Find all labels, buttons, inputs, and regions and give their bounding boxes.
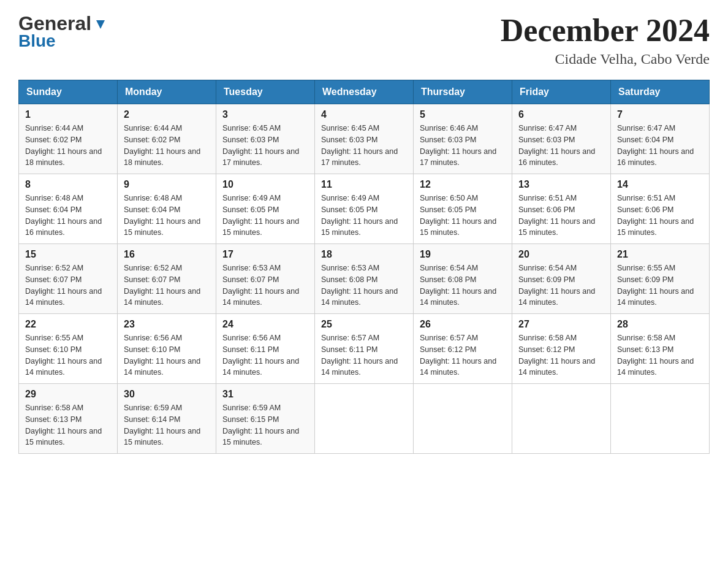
calendar-cell: 16Sunrise: 6:52 AMSunset: 6:07 PMDayligh… bbox=[118, 244, 216, 314]
day-number: 27 bbox=[518, 319, 604, 330]
day-number: 7 bbox=[617, 109, 703, 120]
header-wednesday: Wednesday bbox=[315, 80, 414, 104]
day-info: Sunrise: 6:58 AMSunset: 6:13 PMDaylight:… bbox=[617, 332, 703, 378]
calendar-cell: 14Sunrise: 6:51 AMSunset: 6:06 PMDayligh… bbox=[611, 174, 710, 244]
day-info: Sunrise: 6:48 AMSunset: 6:04 PMDaylight:… bbox=[124, 193, 210, 239]
day-number: 10 bbox=[222, 179, 308, 190]
logo: General Blue bbox=[18, 12, 107, 51]
day-info: Sunrise: 6:44 AMSunset: 6:02 PMDaylight:… bbox=[25, 123, 111, 169]
day-number: 23 bbox=[124, 319, 210, 330]
day-info: Sunrise: 6:45 AMSunset: 6:03 PMDaylight:… bbox=[321, 123, 407, 169]
calendar-cell: 12Sunrise: 6:50 AMSunset: 6:05 PMDayligh… bbox=[414, 174, 512, 244]
header-saturday: Saturday bbox=[611, 80, 710, 104]
logo-blue-text: Blue bbox=[18, 31, 56, 51]
day-number: 22 bbox=[25, 319, 111, 330]
calendar-cell: 2Sunrise: 6:44 AMSunset: 6:02 PMDaylight… bbox=[118, 104, 216, 174]
day-info: Sunrise: 6:52 AMSunset: 6:07 PMDaylight:… bbox=[25, 262, 111, 308]
day-number: 5 bbox=[420, 109, 506, 120]
header-sunday: Sunday bbox=[19, 80, 118, 104]
week-row-5: 29Sunrise: 6:58 AMSunset: 6:13 PMDayligh… bbox=[19, 384, 710, 454]
day-number: 13 bbox=[518, 179, 604, 190]
day-info: Sunrise: 6:56 AMSunset: 6:11 PMDaylight:… bbox=[222, 332, 308, 378]
day-info: Sunrise: 6:57 AMSunset: 6:11 PMDaylight:… bbox=[321, 332, 407, 378]
month-title: December 2024 bbox=[501, 12, 710, 48]
day-info: Sunrise: 6:53 AMSunset: 6:08 PMDaylight:… bbox=[321, 262, 407, 308]
header-tuesday: Tuesday bbox=[216, 80, 315, 104]
day-number: 9 bbox=[124, 179, 210, 190]
logo-arrow-icon bbox=[94, 18, 107, 34]
day-number: 24 bbox=[222, 319, 308, 330]
day-info: Sunrise: 6:53 AMSunset: 6:07 PMDaylight:… bbox=[222, 262, 308, 308]
day-info: Sunrise: 6:59 AMSunset: 6:15 PMDaylight:… bbox=[222, 402, 308, 448]
day-number: 30 bbox=[124, 389, 210, 400]
calendar-cell: 13Sunrise: 6:51 AMSunset: 6:06 PMDayligh… bbox=[512, 174, 611, 244]
day-info: Sunrise: 6:57 AMSunset: 6:12 PMDaylight:… bbox=[420, 332, 506, 378]
calendar-cell: 15Sunrise: 6:52 AMSunset: 6:07 PMDayligh… bbox=[19, 244, 118, 314]
calendar-cell: 25Sunrise: 6:57 AMSunset: 6:11 PMDayligh… bbox=[315, 314, 414, 384]
header-thursday: Thursday bbox=[414, 80, 512, 104]
day-info: Sunrise: 6:47 AMSunset: 6:04 PMDaylight:… bbox=[617, 123, 703, 169]
header-friday: Friday bbox=[512, 80, 611, 104]
calendar-cell: 23Sunrise: 6:56 AMSunset: 6:10 PMDayligh… bbox=[118, 314, 216, 384]
day-number: 14 bbox=[617, 179, 703, 190]
calendar-cell bbox=[315, 384, 414, 454]
day-info: Sunrise: 6:58 AMSunset: 6:13 PMDaylight:… bbox=[25, 402, 111, 448]
week-row-1: 1Sunrise: 6:44 AMSunset: 6:02 PMDaylight… bbox=[19, 104, 710, 174]
day-info: Sunrise: 6:49 AMSunset: 6:05 PMDaylight:… bbox=[321, 193, 407, 239]
day-info: Sunrise: 6:54 AMSunset: 6:08 PMDaylight:… bbox=[420, 262, 506, 308]
day-number: 8 bbox=[25, 179, 111, 190]
day-info: Sunrise: 6:55 AMSunset: 6:10 PMDaylight:… bbox=[25, 332, 111, 378]
calendar-cell bbox=[611, 384, 710, 454]
svg-marker-0 bbox=[96, 20, 105, 29]
calendar-cell: 18Sunrise: 6:53 AMSunset: 6:08 PMDayligh… bbox=[315, 244, 414, 314]
day-number: 1 bbox=[25, 109, 111, 120]
day-info: Sunrise: 6:49 AMSunset: 6:05 PMDaylight:… bbox=[222, 193, 308, 239]
day-number: 25 bbox=[321, 319, 407, 330]
day-number: 19 bbox=[420, 249, 506, 260]
calendar-cell bbox=[414, 384, 512, 454]
day-number: 15 bbox=[25, 249, 111, 260]
day-info: Sunrise: 6:55 AMSunset: 6:09 PMDaylight:… bbox=[617, 262, 703, 308]
week-row-2: 8Sunrise: 6:48 AMSunset: 6:04 PMDaylight… bbox=[19, 174, 710, 244]
day-number: 11 bbox=[321, 179, 407, 190]
calendar-cell: 10Sunrise: 6:49 AMSunset: 6:05 PMDayligh… bbox=[216, 174, 315, 244]
calendar-cell: 21Sunrise: 6:55 AMSunset: 6:09 PMDayligh… bbox=[611, 244, 710, 314]
day-number: 17 bbox=[222, 249, 308, 260]
day-number: 31 bbox=[222, 389, 308, 400]
day-number: 29 bbox=[25, 389, 111, 400]
day-number: 16 bbox=[124, 249, 210, 260]
calendar-cell: 1Sunrise: 6:44 AMSunset: 6:02 PMDaylight… bbox=[19, 104, 118, 174]
day-number: 20 bbox=[518, 249, 604, 260]
calendar-cell: 27Sunrise: 6:58 AMSunset: 6:12 PMDayligh… bbox=[512, 314, 611, 384]
calendar-cell: 19Sunrise: 6:54 AMSunset: 6:08 PMDayligh… bbox=[414, 244, 512, 314]
day-info: Sunrise: 6:48 AMSunset: 6:04 PMDaylight:… bbox=[25, 193, 111, 239]
calendar-cell: 31Sunrise: 6:59 AMSunset: 6:15 PMDayligh… bbox=[216, 384, 315, 454]
page-header: General Blue December 2024 Cidade Velha,… bbox=[18, 12, 710, 67]
calendar-cell: 24Sunrise: 6:56 AMSunset: 6:11 PMDayligh… bbox=[216, 314, 315, 384]
day-info: Sunrise: 6:44 AMSunset: 6:02 PMDaylight:… bbox=[124, 123, 210, 169]
calendar-cell: 30Sunrise: 6:59 AMSunset: 6:14 PMDayligh… bbox=[118, 384, 216, 454]
day-info: Sunrise: 6:52 AMSunset: 6:07 PMDaylight:… bbox=[124, 262, 210, 308]
week-row-3: 15Sunrise: 6:52 AMSunset: 6:07 PMDayligh… bbox=[19, 244, 710, 314]
day-info: Sunrise: 6:51 AMSunset: 6:06 PMDaylight:… bbox=[617, 193, 703, 239]
header-right: December 2024 Cidade Velha, Cabo Verde bbox=[501, 12, 710, 67]
week-row-4: 22Sunrise: 6:55 AMSunset: 6:10 PMDayligh… bbox=[19, 314, 710, 384]
header-monday: Monday bbox=[118, 80, 216, 104]
calendar-cell: 22Sunrise: 6:55 AMSunset: 6:10 PMDayligh… bbox=[19, 314, 118, 384]
day-info: Sunrise: 6:51 AMSunset: 6:06 PMDaylight:… bbox=[518, 193, 604, 239]
calendar-cell: 11Sunrise: 6:49 AMSunset: 6:05 PMDayligh… bbox=[315, 174, 414, 244]
calendar-cell: 20Sunrise: 6:54 AMSunset: 6:09 PMDayligh… bbox=[512, 244, 611, 314]
calendar-cell: 26Sunrise: 6:57 AMSunset: 6:12 PMDayligh… bbox=[414, 314, 512, 384]
day-number: 4 bbox=[321, 109, 407, 120]
day-info: Sunrise: 6:56 AMSunset: 6:10 PMDaylight:… bbox=[124, 332, 210, 378]
calendar-cell: 8Sunrise: 6:48 AMSunset: 6:04 PMDaylight… bbox=[19, 174, 118, 244]
calendar-cell: 5Sunrise: 6:46 AMSunset: 6:03 PMDaylight… bbox=[414, 104, 512, 174]
calendar-cell: 7Sunrise: 6:47 AMSunset: 6:04 PMDaylight… bbox=[611, 104, 710, 174]
day-number: 26 bbox=[420, 319, 506, 330]
day-info: Sunrise: 6:58 AMSunset: 6:12 PMDaylight:… bbox=[518, 332, 604, 378]
calendar-cell: 9Sunrise: 6:48 AMSunset: 6:04 PMDaylight… bbox=[118, 174, 216, 244]
calendar-header-row: Sunday Monday Tuesday Wednesday Thursday… bbox=[19, 80, 710, 104]
calendar-cell: 28Sunrise: 6:58 AMSunset: 6:13 PMDayligh… bbox=[611, 314, 710, 384]
calendar-cell: 6Sunrise: 6:47 AMSunset: 6:03 PMDaylight… bbox=[512, 104, 611, 174]
day-info: Sunrise: 6:45 AMSunset: 6:03 PMDaylight:… bbox=[222, 123, 308, 169]
